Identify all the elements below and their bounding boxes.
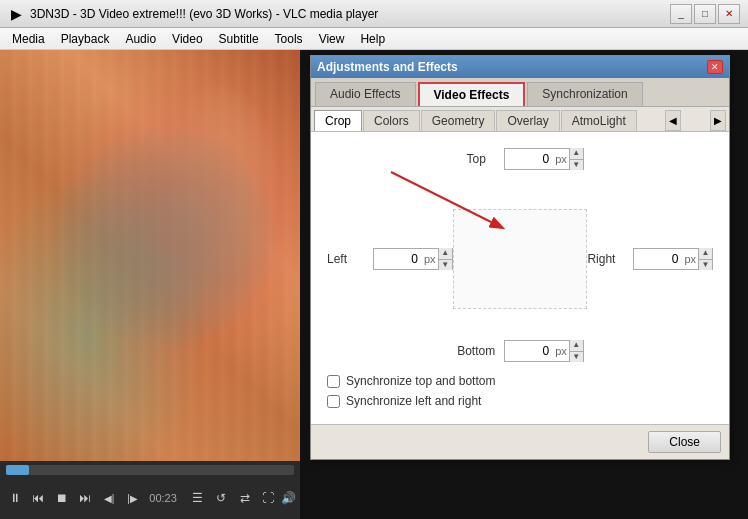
tab-audio-effects[interactable]: Audio Effects — [315, 82, 416, 106]
crop-top-row: Top px ▲ ▼ — [327, 148, 713, 170]
crop-middle-row: Left px ▲ ▼ — [327, 198, 713, 320]
video-stripes — [0, 50, 300, 519]
sync-left-right-row: Synchronize left and right — [327, 394, 713, 408]
crop-left-spinbox[interactable]: px ▲ ▼ — [373, 248, 453, 270]
crop-right-up[interactable]: ▲ — [699, 248, 712, 260]
crop-right-label: Right — [587, 252, 627, 266]
window-title: 3DN3D - 3D Video extreme!!! (evo 3D Work… — [30, 7, 670, 21]
tab-scroll-right[interactable]: ▶ — [710, 110, 726, 131]
crop-right-spinbox[interactable]: px ▲ ▼ — [633, 248, 713, 270]
dialog-close-button[interactable]: ✕ — [707, 60, 723, 74]
crop-preview-area — [453, 209, 588, 309]
adjustments-effects-dialog: Adjustments and Effects ✕ Audio Effects … — [310, 55, 730, 460]
inner-tab-overlay[interactable]: Overlay — [496, 110, 559, 131]
crop-top-label: Top — [456, 152, 496, 166]
loop-button[interactable]: ↺ — [210, 487, 232, 509]
prev-button[interactable]: ⏮ — [28, 487, 50, 509]
window-controls: _ □ ✕ — [670, 4, 740, 24]
crop-top-down[interactable]: ▼ — [570, 160, 583, 171]
minimize-button[interactable]: _ — [670, 4, 692, 24]
sync-top-bottom-checkbox[interactable] — [327, 375, 340, 388]
crop-bottom-unit: px — [553, 345, 569, 357]
main-content: Adjustments and Effects ✕ Audio Effects … — [0, 50, 748, 519]
video-display[interactable] — [0, 50, 300, 519]
titlebar: ▶ 3DN3D - 3D Video extreme!!! (evo 3D Wo… — [0, 0, 748, 28]
inner-tab-crop[interactable]: Crop — [314, 110, 362, 131]
play-pause-button[interactable]: ⏸ — [4, 487, 26, 509]
crop-right-arrows: ▲ ▼ — [698, 248, 712, 270]
next-button[interactable]: ⏭ — [75, 487, 97, 509]
menu-tools[interactable]: Tools — [267, 28, 311, 49]
crop-bottom-down[interactable]: ▼ — [570, 352, 583, 363]
tab-video-effects[interactable]: Video Effects — [418, 82, 526, 106]
video-subject — [160, 80, 280, 280]
menu-media[interactable]: Media — [4, 28, 53, 49]
dialog-title: Adjustments and Effects — [317, 60, 707, 74]
outer-tabs: Audio Effects Video Effects Synchronizat… — [311, 78, 729, 107]
crop-top-unit: px — [553, 153, 569, 165]
playlist-button[interactable]: ☰ — [187, 487, 209, 509]
menu-help[interactable]: Help — [352, 28, 393, 49]
menu-audio[interactable]: Audio — [117, 28, 164, 49]
crop-bottom-label: Bottom — [456, 344, 496, 358]
menu-view[interactable]: View — [311, 28, 353, 49]
stop-button[interactable]: ⏹ — [51, 487, 73, 509]
crop-checkboxes: Synchronize top and bottom Synchronize l… — [327, 374, 713, 408]
crop-top-up[interactable]: ▲ — [570, 148, 583, 160]
volume-icon: 🔊 — [281, 491, 296, 505]
dialog-overlay: Adjustments and Effects ✕ Audio Effects … — [300, 50, 748, 519]
crop-left-unit: px — [422, 253, 438, 265]
shuffle-button[interactable]: ⇄ — [234, 487, 256, 509]
menu-playback[interactable]: Playback — [53, 28, 118, 49]
crop-top-input[interactable] — [505, 149, 553, 169]
sync-top-bottom-row: Synchronize top and bottom — [327, 374, 713, 388]
progress-bar[interactable] — [6, 465, 294, 475]
tab-scroll-left[interactable]: ◀ — [665, 110, 681, 131]
frame-next-button[interactable]: |▶ — [122, 487, 144, 509]
player-controls: ⏸ ⏮ ⏹ ⏭ ◀| |▶ 00:23 ☰ ↺ ⇄ ⛶ 🔊 — [0, 461, 300, 519]
crop-bottom-arrows: ▲ ▼ — [569, 340, 583, 362]
crop-left-group: Left px ▲ ▼ — [327, 248, 453, 270]
dialog-footer: Close — [311, 424, 729, 459]
crop-right-input[interactable] — [634, 249, 682, 269]
crop-bottom-row: Bottom px ▲ ▼ — [327, 340, 713, 362]
crop-left-up[interactable]: ▲ — [439, 248, 452, 260]
dialog-titlebar: Adjustments and Effects ✕ — [311, 56, 729, 78]
crop-right-group: Right px ▲ ▼ — [587, 248, 713, 270]
frame-prev-button[interactable]: ◀| — [98, 487, 120, 509]
inner-tabs: Crop Colors Geometry Overlay AtmoLight ◀… — [311, 107, 729, 132]
crop-top-arrows: ▲ ▼ — [569, 148, 583, 170]
crop-right-down[interactable]: ▼ — [699, 260, 712, 271]
crop-left-input[interactable] — [374, 249, 422, 269]
tab-synchronization[interactable]: Synchronization — [527, 82, 642, 106]
sync-left-right-checkbox[interactable] — [327, 395, 340, 408]
crop-panel: Top px ▲ ▼ — [327, 148, 713, 408]
progress-fill — [6, 465, 29, 475]
menubar: Media Playback Audio Video Subtitle Tool… — [0, 28, 748, 50]
close-dialog-button[interactable]: Close — [648, 431, 721, 453]
crop-right-unit: px — [682, 253, 698, 265]
inner-tab-geometry[interactable]: Geometry — [421, 110, 496, 131]
dialog-content: Top px ▲ ▼ — [311, 132, 729, 424]
crop-bottom-up[interactable]: ▲ — [570, 340, 583, 352]
crop-top-spinbox[interactable]: px ▲ ▼ — [504, 148, 584, 170]
crop-left-arrows: ▲ ▼ — [438, 248, 452, 270]
crop-left-label: Left — [327, 252, 367, 266]
fullscreen-button[interactable]: ⛶ — [257, 487, 279, 509]
time-display: 00:23 — [149, 492, 177, 504]
crop-left-down[interactable]: ▼ — [439, 260, 452, 271]
menu-subtitle[interactable]: Subtitle — [211, 28, 267, 49]
window-close-button[interactable]: ✕ — [718, 4, 740, 24]
inner-tab-colors[interactable]: Colors — [363, 110, 420, 131]
controls-row: ⏸ ⏮ ⏹ ⏭ ◀| |▶ 00:23 ☰ ↺ ⇄ ⛶ 🔊 — [0, 477, 300, 519]
maximize-button[interactable]: □ — [694, 4, 716, 24]
crop-bottom-spinbox[interactable]: px ▲ ▼ — [504, 340, 584, 362]
inner-tab-atmoslight[interactable]: AtmoLight — [561, 110, 637, 131]
sync-left-right-label: Synchronize left and right — [346, 394, 481, 408]
crop-bottom-input[interactable] — [505, 341, 553, 361]
menu-video[interactable]: Video — [164, 28, 210, 49]
sync-top-bottom-label: Synchronize top and bottom — [346, 374, 495, 388]
app-icon: ▶ — [8, 6, 24, 22]
